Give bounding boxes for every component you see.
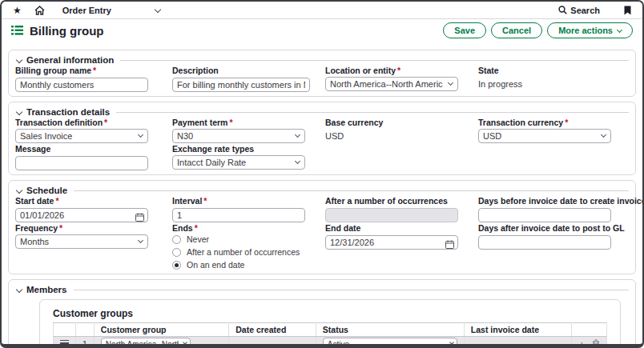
field-interval: Interval* — [172, 197, 325, 222]
search-label: Search — [570, 6, 600, 15]
list-icon[interactable] — [11, 26, 23, 35]
column-header: Last invoice date — [464, 323, 572, 337]
divider — [116, 112, 629, 113]
row-number: 1 — [76, 337, 95, 348]
chevron-down-icon — [448, 80, 453, 86]
header-actions: Save Cancel More actions — [443, 22, 633, 38]
billing-group-window: ★ Order Entry Search Billing group Save … — [0, 0, 644, 348]
page-header: Billing group Save Cancel More actions — [2, 19, 642, 42]
transaction-currency-select[interactable]: USD — [478, 129, 611, 143]
radio-after-occurrences[interactable]: After a number of occurrences — [172, 247, 325, 257]
message-input[interactable] — [15, 156, 148, 170]
app-menu-dropdown[interactable]: Order Entry — [62, 6, 160, 15]
field-billing-group-name: Billing group name* — [15, 66, 172, 92]
field-exchange-rate-types: Exchange rate types Intacct Daily Rate — [172, 145, 325, 170]
payment-term-select[interactable]: N30 — [172, 129, 305, 143]
section-title: Schedule — [26, 186, 67, 195]
more-actions-button[interactable]: More actions — [547, 22, 633, 38]
chevron-down-icon — [138, 238, 143, 243]
section-header[interactable]: Schedule — [15, 186, 629, 195]
cancel-button[interactable]: Cancel — [491, 22, 542, 38]
field-days-after: Days after invoice date to post to GL — [478, 224, 644, 270]
radio-never[interactable]: Never — [172, 234, 325, 244]
divider — [120, 60, 629, 61]
field-payment-term: Payment term* N30 — [172, 118, 325, 143]
chevron-down-icon — [183, 340, 187, 345]
section-title: Transaction details — [26, 107, 110, 117]
divider — [74, 190, 629, 191]
description-input[interactable] — [172, 78, 310, 92]
trash-icon[interactable] — [592, 339, 600, 348]
billing-group-name-input[interactable] — [15, 78, 148, 92]
page-title: Billing group — [30, 24, 103, 38]
occurrences-input — [325, 208, 458, 222]
customer-group-select[interactable]: North America--North . — [101, 338, 191, 348]
divider — [74, 290, 630, 290]
customer-groups-title: Customer groups — [53, 308, 607, 319]
field-start-date: Start date* — [15, 197, 172, 222]
date-created-cell: -- — [229, 337, 316, 348]
table-header-row: Customer group Date created Status Last … — [54, 323, 607, 337]
search-button[interactable]: Search — [558, 6, 600, 15]
chevron-down-icon — [138, 132, 143, 138]
section-header[interactable]: General information — [15, 55, 629, 65]
section-header[interactable]: Transaction details — [15, 107, 629, 117]
section-general-information: General information Billing group name* … — [8, 50, 636, 97]
topbar-right: Search — [558, 6, 631, 15]
frequency-select[interactable]: Months — [15, 234, 148, 249]
chevron-down-icon — [617, 26, 622, 32]
section-header[interactable]: Members — [15, 285, 629, 294]
actions-column-header — [572, 323, 607, 337]
base-currency-value: USD — [325, 131, 478, 141]
search-icon — [558, 6, 567, 14]
field-base-currency: Base currency USD — [325, 118, 478, 143]
calendar-icon[interactable] — [135, 210, 144, 225]
chevron-down-icon — [155, 6, 161, 12]
field-message: Message — [15, 145, 172, 170]
chevron-down-icon — [295, 132, 300, 138]
field-transaction-currency: Transaction currency* USD — [478, 118, 629, 143]
section-title: General information — [26, 55, 114, 65]
radio-selected-icon — [172, 261, 181, 270]
field-days-before: Days before invoice date to create invoi… — [478, 197, 644, 222]
collapse-chevron-icon — [16, 187, 22, 194]
last-invoice-date-cell: -- — [464, 337, 572, 348]
add-row-icon[interactable]: + — [578, 339, 585, 348]
drag-handle-icon[interactable] — [60, 338, 69, 348]
top-navigation-bar: ★ Order Entry Search — [2, 2, 642, 19]
field-occurrences: After a number of occurrences — [325, 197, 478, 222]
save-button[interactable]: Save — [443, 22, 486, 38]
table-row: 1 North America--North . -- Active -- + — [54, 337, 607, 348]
transaction-definition-select[interactable]: Sales Invoice — [15, 129, 148, 143]
customer-groups-card: Customer groups Customer group Date crea… — [39, 299, 621, 348]
chevron-down-icon — [295, 158, 300, 164]
status-select[interactable]: Active — [323, 338, 457, 348]
radio-icon — [172, 248, 181, 257]
days-before-input[interactable] — [478, 208, 611, 222]
column-header: Date created — [229, 323, 316, 337]
radio-on-end-date[interactable]: On an end date — [172, 260, 325, 270]
app-menu-label: Order Entry — [62, 6, 111, 15]
field-transaction-definition: Transaction definition* Sales Invoice — [15, 118, 172, 143]
customer-groups-table: Customer group Date created Status Last … — [53, 322, 607, 348]
end-date-input[interactable] — [325, 235, 458, 250]
collapse-chevron-icon — [16, 57, 22, 63]
number-column-header — [76, 323, 95, 337]
days-after-input[interactable] — [478, 235, 611, 250]
ends-radio-group: Never After a number of occurrences On a… — [172, 234, 325, 270]
location-select[interactable]: North America--North America — [325, 77, 458, 91]
field-state: State In progress — [478, 66, 629, 92]
column-header: Status — [316, 323, 464, 337]
collapse-chevron-icon — [16, 109, 22, 115]
chevron-down-icon — [449, 340, 454, 345]
collapse-chevron-icon — [16, 286, 22, 293]
bookmark-icon[interactable] — [624, 6, 631, 15]
home-icon[interactable] — [34, 6, 45, 15]
chevron-down-icon — [601, 132, 606, 138]
exchange-rate-types-select[interactable]: Intacct Daily Rate — [172, 155, 305, 170]
calendar-icon[interactable] — [445, 238, 454, 252]
start-date-input[interactable] — [15, 208, 148, 222]
favorites-star-icon[interactable]: ★ — [13, 6, 22, 15]
interval-input[interactable] — [172, 208, 305, 222]
drag-column-header — [54, 323, 76, 337]
